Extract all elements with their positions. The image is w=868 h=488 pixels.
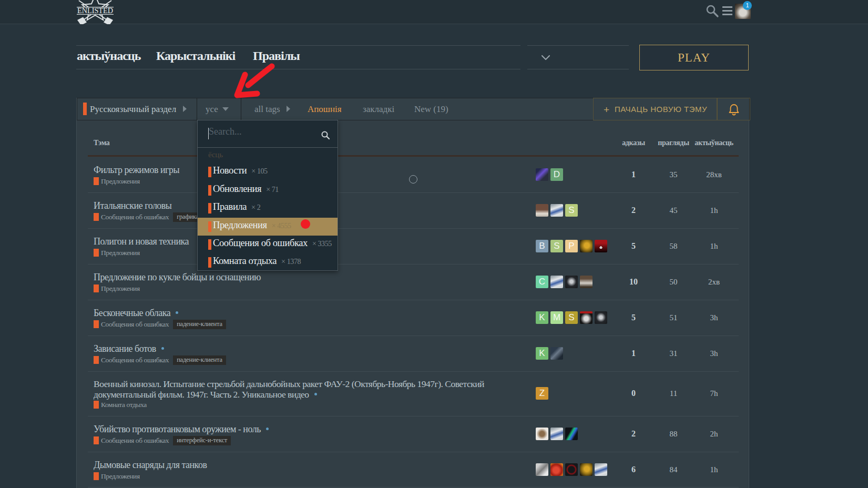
svg-text:ENLISTED: ENLISTED — [77, 6, 113, 15]
